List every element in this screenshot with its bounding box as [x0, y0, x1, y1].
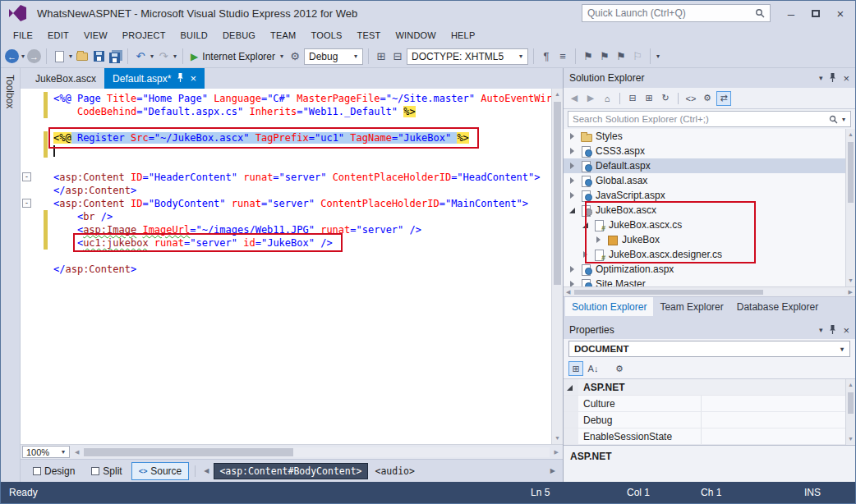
- page-inspector-icon[interactable]: ⊞: [374, 49, 389, 64]
- scroll-track[interactable]: [552, 100, 563, 433]
- scroll-thumb[interactable]: [848, 392, 854, 414]
- tree-item-global-asax[interactable]: Global.asax: [564, 173, 855, 188]
- breadcrumb-back-icon[interactable]: ◀: [201, 467, 211, 474]
- refresh-icon[interactable]: ↻: [658, 91, 673, 106]
- editor-vertical-scrollbar[interactable]: ▲ ▼: [551, 89, 563, 444]
- tab-jukebox-ascx[interactable]: JukeBox.ascx: [27, 68, 104, 89]
- browse-with-icon[interactable]: ⊟: [390, 49, 405, 64]
- tree-item-default-aspx[interactable]: Default.aspx: [564, 158, 855, 173]
- property-row-debug[interactable]: Debug: [564, 412, 855, 428]
- fold-minus-icon[interactable]: -: [22, 199, 31, 208]
- expand-icon[interactable]: [568, 176, 577, 185]
- doctype-select[interactable]: DOCTYPE: XHTML5▾: [407, 48, 528, 65]
- expand-icon[interactable]: [568, 147, 577, 155]
- breadcrumb-item-content[interactable]: <asp:Content#BodyContent>: [214, 463, 367, 479]
- panel-tab-database-explorer[interactable]: Database Explorer: [730, 297, 825, 316]
- property-value[interactable]: [702, 412, 855, 428]
- save-all-button[interactable]: [108, 49, 122, 64]
- forward-icon[interactable]: ▶: [583, 91, 598, 106]
- collapse-icon[interactable]: [567, 385, 573, 391]
- bookmark-previous-icon[interactable]: ⚑: [597, 49, 612, 64]
- menu-item-window[interactable]: WINDOW: [388, 27, 443, 44]
- expand-icon[interactable]: [568, 280, 577, 286]
- chevron-down-icon[interactable]: ▾: [150, 53, 154, 60]
- close-icon[interactable]: ×: [843, 72, 849, 85]
- menu-item-build[interactable]: BUILD: [173, 27, 215, 44]
- panel-tab-solution-explorer[interactable]: Solution Explorer: [565, 297, 653, 316]
- start-debugging-button[interactable]: ▶: [191, 51, 198, 62]
- expand-icon[interactable]: [568, 132, 577, 140]
- menu-item-project[interactable]: PROJECT: [115, 27, 173, 44]
- pin-icon[interactable]: [177, 73, 184, 85]
- scroll-thumb[interactable]: [84, 448, 293, 456]
- scroll-down-icon[interactable]: ▼: [846, 433, 855, 445]
- menu-item-edit[interactable]: EDIT: [40, 27, 76, 44]
- menu-item-help[interactable]: HELP: [444, 27, 483, 44]
- tree-item-jukebox-ascx-cs[interactable]: JukeBox.ascx.cs: [564, 218, 855, 232]
- window-position-icon[interactable]: ▾: [819, 326, 823, 334]
- menu-item-tools[interactable]: TOOLS: [303, 27, 349, 44]
- tree-item-css3-aspx[interactable]: CSS3.aspx: [564, 144, 855, 158]
- property-category-row[interactable]: ASP.NET: [564, 379, 855, 396]
- zoom-select[interactable]: 100%▾: [22, 446, 70, 458]
- bookmark-toggle-icon[interactable]: ⚑: [581, 49, 596, 64]
- chevron-down-icon[interactable]: ▾: [21, 53, 25, 60]
- collapse-icon[interactable]: [568, 206, 577, 214]
- close-icon[interactable]: ×: [843, 324, 849, 337]
- tree-item-javascript-aspx[interactable]: JavaScript.aspx: [564, 188, 855, 203]
- sync-with-active-document-icon[interactable]: ⇄: [716, 91, 731, 106]
- scroll-track[interactable]: [846, 140, 855, 275]
- collapse-icon[interactable]: [582, 221, 590, 229]
- tab-default-aspx[interactable]: Default.aspx* ×: [104, 68, 205, 89]
- tree-item-jukebox-ascx[interactable]: JukeBox.ascx: [564, 203, 855, 218]
- format-document-icon[interactable]: ¶: [539, 49, 554, 64]
- quick-launch-input[interactable]: [587, 7, 755, 19]
- chevron-down-icon[interactable]: ▾: [69, 53, 72, 60]
- breadcrumb-item-audio[interactable]: <audio>: [370, 464, 420, 479]
- menu-item-test[interactable]: TEST: [350, 27, 389, 44]
- close-button[interactable]: ×: [828, 3, 853, 23]
- save-button[interactable]: [91, 49, 106, 64]
- navigate-backward-button[interactable]: ←: [5, 49, 19, 63]
- tree-item-jukebox[interactable]: JukeBox: [564, 232, 855, 247]
- scroll-left-icon[interactable]: ◀: [564, 289, 573, 296]
- fold-minus-icon[interactable]: -: [22, 172, 31, 181]
- property-value[interactable]: [702, 428, 855, 444]
- bookmark-next-icon[interactable]: ⚑: [614, 49, 628, 64]
- scroll-thumb[interactable]: [554, 102, 561, 285]
- redo-button[interactable]: ↷: [156, 49, 171, 64]
- expand-icon[interactable]: [568, 162, 577, 170]
- property-value[interactable]: [702, 396, 855, 411]
- collapse-all-icon[interactable]: ⊟: [625, 91, 640, 106]
- browser-select[interactable]: Internet Explorer▾: [202, 51, 284, 62]
- comment-lines-icon[interactable]: ≡: [555, 49, 570, 64]
- minimize-button[interactable]: –: [779, 3, 803, 23]
- menu-item-debug[interactable]: DEBUG: [215, 27, 263, 44]
- tree-item-optimization-aspx[interactable]: Optimization.aspx: [564, 262, 855, 277]
- tree-vertical-scrollbar[interactable]: ▲ ▼: [845, 129, 855, 286]
- open-file-button[interactable]: [75, 49, 90, 64]
- menu-item-file[interactable]: FILE: [6, 27, 40, 44]
- quick-launch-search[interactable]: [582, 4, 771, 22]
- grid-vertical-scrollbar[interactable]: ▲ ▼: [845, 379, 855, 445]
- scroll-right-icon[interactable]: ▶: [552, 449, 561, 456]
- menu-item-team[interactable]: TEAM: [263, 27, 303, 44]
- tree-item-styles[interactable]: Styles: [564, 129, 855, 144]
- toolbox-tab[interactable]: Toolbox: [1, 68, 19, 115]
- editor-horizontal-scrollbar[interactable]: [84, 447, 549, 457]
- scroll-up-icon[interactable]: ▲: [846, 379, 855, 391]
- breadcrumb-forward-icon[interactable]: ▶: [548, 467, 558, 474]
- solution-search[interactable]: ▾: [568, 111, 851, 127]
- pin-icon[interactable]: [829, 325, 836, 336]
- toolbar-overflow-icon[interactable]: ▾: [656, 53, 660, 60]
- tree-horizontal-scrollbar[interactable]: ◀ ▶: [564, 286, 855, 296]
- show-all-files-icon[interactable]: ⊞: [642, 91, 656, 106]
- scroll-left-icon[interactable]: ◀: [72, 449, 81, 456]
- view-button-source[interactable]: <>Source: [131, 462, 190, 480]
- new-file-button[interactable]: [52, 49, 67, 64]
- property-pages-icon[interactable]: ⚙: [612, 361, 627, 376]
- scroll-up-icon[interactable]: ▲: [846, 129, 855, 140]
- chevron-down-icon[interactable]: ▾: [173, 53, 177, 60]
- view-button-split[interactable]: Split: [84, 462, 129, 480]
- window-position-icon[interactable]: ▾: [819, 74, 823, 82]
